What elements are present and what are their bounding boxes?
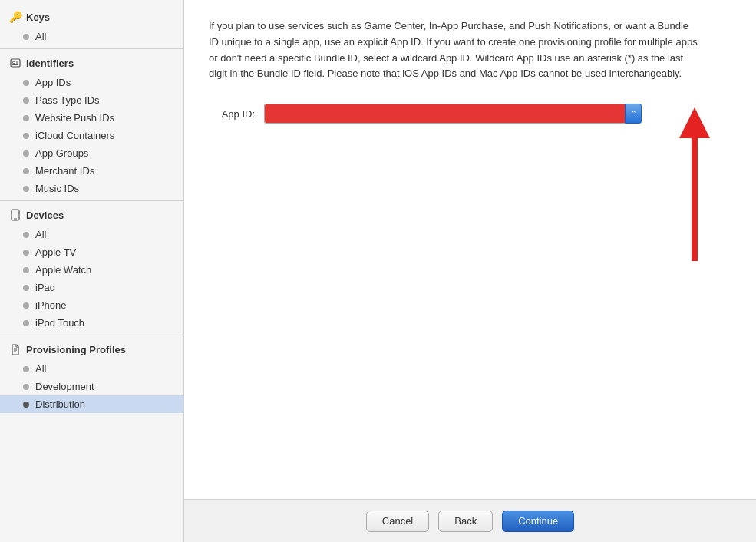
sidebar-section-provisioning-label: Provisioning Profiles (26, 344, 126, 355)
key-icon: 🔑 (9, 11, 21, 23)
sidebar-item-website-push-ids-label: Website Push IDs (35, 112, 114, 124)
sidebar-item-keys-all[interactable]: All (0, 28, 183, 45)
bullet-icon (23, 302, 29, 309)
divider-2 (0, 200, 183, 201)
svg-point-1 (13, 61, 15, 64)
sidebar-item-merchant-ids[interactable]: Merchant IDs (0, 162, 183, 180)
sidebar-section-keys: 🔑 Keys (0, 6, 183, 28)
sidebar-item-merchant-ids-label: Merchant IDs (35, 165, 94, 177)
sidebar-item-iphone[interactable]: iPhone (0, 296, 183, 314)
bullet-icon (23, 97, 29, 104)
sidebar-item-apple-watch[interactable]: Apple Watch (0, 261, 183, 279)
sidebar-item-website-push-ids[interactable]: Website Push IDs (0, 109, 183, 127)
arrow-shaft (692, 138, 698, 261)
sidebar-item-apple-tv[interactable]: Apple TV (0, 243, 183, 261)
sidebar-item-ipad[interactable]: iPad (0, 279, 183, 296)
sidebar-section-keys-label: Keys (26, 12, 50, 23)
bullet-icon (23, 320, 29, 326)
content-area: If you plan to use services such as Game… (184, 0, 756, 542)
sidebar-item-devices-all[interactable]: All (0, 226, 183, 243)
description-text: If you plan to use services such as Game… (209, 18, 700, 82)
sidebar-item-profiles-all-label: All (35, 363, 46, 375)
sidebar-item-development[interactable]: Development (0, 378, 183, 395)
sidebar-section-identifiers-label: Identifiers (26, 58, 74, 69)
bullet-icon (23, 34, 29, 40)
app-id-label: App ID: (209, 108, 255, 120)
sidebar-item-app-ids[interactable]: App IDs (0, 74, 183, 91)
app-id-input-wrapper: ⌃ (264, 104, 642, 124)
sidebar-item-music-ids[interactable]: Music IDs (0, 180, 183, 197)
annotation-arrow (679, 107, 710, 261)
sidebar-item-pass-type-ids-label: Pass Type IDs (35, 94, 100, 106)
bullet-icon (23, 232, 29, 238)
bullet-icon (23, 168, 29, 174)
sidebar-item-distribution[interactable]: Distribution (0, 395, 183, 413)
sidebar-item-ipod-touch-label: iPod Touch (35, 317, 84, 329)
sidebar-item-pass-type-ids[interactable]: Pass Type IDs (0, 91, 183, 109)
sidebar-item-apple-tv-label: Apple TV (35, 246, 76, 258)
app-id-input[interactable] (264, 104, 625, 124)
app-id-dropdown-button[interactable]: ⌃ (625, 104, 642, 124)
bullet-icon (23, 250, 29, 256)
bullet-icon (23, 402, 29, 408)
sidebar-item-music-ids-label: Music IDs (35, 183, 79, 194)
sidebar-item-keys-all-label: All (35, 31, 46, 42)
device-icon (9, 209, 21, 221)
divider-1 (0, 48, 183, 49)
sidebar-item-iphone-label: iPhone (35, 299, 66, 311)
bullet-icon (23, 384, 29, 390)
bullet-icon (23, 285, 29, 291)
back-button[interactable]: Back (438, 511, 493, 532)
id-icon (9, 57, 21, 69)
app-id-form-row: App ID: ⌃ (209, 104, 731, 124)
sidebar-item-ipad-label: iPad (35, 282, 55, 293)
sidebar-item-app-groups-label: App Groups (35, 147, 88, 159)
sidebar-item-icloud-containers-label: iCloud Containers (35, 130, 114, 141)
bullet-icon (23, 133, 29, 139)
sidebar-item-app-ids-label: App IDs (35, 77, 71, 88)
bullet-icon (23, 267, 29, 273)
cancel-button[interactable]: Cancel (366, 511, 429, 532)
sidebar-section-provisioning: Provisioning Profiles (0, 339, 183, 360)
bullet-icon (23, 115, 29, 121)
divider-3 (0, 335, 183, 335)
sidebar-section-devices-label: Devices (26, 210, 64, 221)
bullet-icon (23, 150, 29, 157)
chevron-up-icon: ⌃ (630, 110, 637, 118)
sidebar-item-icloud-containers[interactable]: iCloud Containers (0, 127, 183, 144)
bullet-icon (23, 186, 29, 192)
sidebar-section-devices: Devices (0, 204, 183, 226)
document-icon (9, 343, 21, 355)
sidebar-item-app-groups[interactable]: App Groups (0, 144, 183, 162)
main-container: 🔑 Keys All Identifiers App IDs (0, 0, 756, 542)
bullet-icon (23, 366, 29, 372)
svg-rect-0 (11, 59, 20, 67)
bullet-icon (23, 80, 29, 86)
bottom-bar: Cancel Back Continue (184, 499, 756, 542)
sidebar-item-ipod-touch[interactable]: iPod Touch (0, 314, 183, 332)
sidebar-item-profiles-all[interactable]: All (0, 360, 183, 378)
sidebar-item-distribution-label: Distribution (35, 398, 85, 410)
sidebar-item-apple-watch-label: Apple Watch (35, 264, 91, 276)
content-body: If you plan to use services such as Game… (184, 0, 756, 499)
sidebar: 🔑 Keys All Identifiers App IDs (0, 0, 184, 542)
sidebar-section-identifiers: Identifiers (0, 52, 183, 74)
sidebar-item-development-label: Development (35, 381, 94, 392)
sidebar-item-devices-all-label: All (35, 229, 46, 240)
continue-button[interactable]: Continue (502, 511, 574, 532)
